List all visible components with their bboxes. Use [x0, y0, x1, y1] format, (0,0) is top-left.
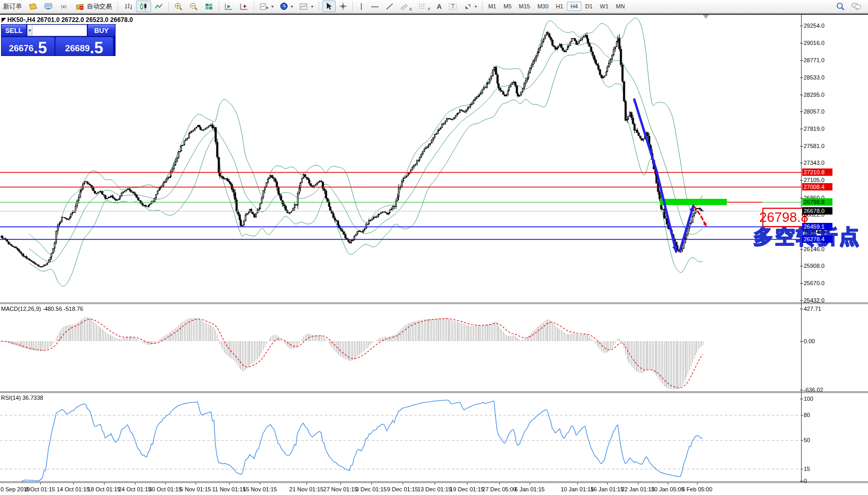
- price-axis-tick: 28771.0: [804, 57, 825, 63]
- text-label-tool-icon[interactable]: T: [445, 1, 461, 12]
- time-axis-label: 30 Oct 01:15: [149, 486, 182, 492]
- price-callout-box: 26798.8: [762, 208, 805, 227]
- rsi-axis-tick: 100: [804, 396, 813, 402]
- buy-button[interactable]: BUY: [88, 25, 115, 36]
- templates-icon[interactable]: ▾: [296, 1, 316, 12]
- time-axis-label: 21 Nov 01:15: [289, 486, 323, 492]
- auto-trading-button[interactable]: 自动交易: [72, 1, 115, 12]
- time-axis-label: 27 Dec 05:00: [482, 486, 516, 492]
- ask-price-int: 26689: [65, 44, 89, 53]
- time-axis-label: 8 Oct 01:15: [26, 486, 55, 492]
- vertical-line-tool-icon[interactable]: [355, 1, 368, 12]
- svg-text:T: T: [451, 4, 454, 9]
- bid-price[interactable]: 26676 .5: [2, 37, 54, 55]
- chevron-down-icon: ▾: [311, 4, 313, 9]
- time-axis-label: 10 Jan 01:15: [561, 486, 594, 492]
- macd-axis-tick: -636.02: [804, 387, 823, 393]
- time-axis-label: 15 Nov 01:15: [243, 486, 277, 492]
- fibonacci-tool-letter: F: [428, 7, 430, 12]
- time-axis-label: 22 Jan 01:15: [621, 486, 655, 492]
- candlestick-chart-type-icon[interactable]: [136, 1, 151, 12]
- main-toolbar: 新订单 自动交易: [0, 0, 868, 13]
- rsi-indicator-label: RSI(14) 36.7338: [1, 395, 43, 401]
- mt4-terminal-window: 新订单 自动交易: [0, 0, 868, 495]
- timeframe-d1-button[interactable]: D1: [581, 2, 596, 11]
- time-axis-label: 27 Nov 01:15: [323, 486, 357, 492]
- zoom-out-icon[interactable]: [186, 1, 201, 12]
- arrows-tool-icon[interactable]: ▾: [461, 1, 480, 12]
- fibonacci-tool-icon[interactable]: F: [415, 1, 433, 12]
- time-axis-label: 3 Dec 01:15: [356, 486, 386, 492]
- crosshair-icon[interactable]: [336, 1, 350, 12]
- toolbar-separator: [168, 2, 169, 11]
- chat-icon[interactable]: [848, 1, 865, 12]
- text-tool-icon[interactable]: A: [433, 1, 444, 12]
- cursor-icon[interactable]: [322, 1, 336, 12]
- channel-tool-icon[interactable]: E: [397, 1, 415, 12]
- sell-button[interactable]: SELL: [2, 25, 26, 36]
- timeframe-m15-button[interactable]: M15: [515, 2, 533, 11]
- rsi-axis-tick: 0: [804, 478, 807, 484]
- price-level-badge: 27008.4: [802, 183, 832, 190]
- toolbar-separator: [254, 2, 254, 11]
- price-axis-tick: 26146.0: [804, 246, 825, 252]
- price-axis-tick: 25908.0: [804, 263, 825, 269]
- price-axis-tick: 29016.0: [804, 40, 825, 46]
- new-order-button[interactable]: 新订单: [0, 1, 25, 12]
- volume-decrease-button[interactable]: ▼: [27, 25, 32, 36]
- time-axis-label: 19 Dec 01:15: [450, 486, 484, 492]
- toolbar-separator: [352, 2, 353, 11]
- chevron-down-icon: ▾: [475, 4, 477, 9]
- time-axis-label: 5 Nov 01:15: [180, 486, 211, 492]
- chart-play-icon[interactable]: [221, 1, 236, 12]
- new-order-ticket-icon[interactable]: [25, 1, 41, 12]
- one-click-panel-toggle[interactable]: [2, 18, 6, 22]
- market-watch-icon[interactable]: [41, 1, 56, 12]
- timeframe-m5-button[interactable]: M5: [500, 2, 515, 11]
- volume-input[interactable]: [32, 25, 87, 36]
- timeframe-w1-button[interactable]: W1: [596, 2, 612, 11]
- chart-area[interactable]: HK50-,H4 26701.0 26722.0 26523.0 26678.0…: [0, 14, 868, 495]
- one-click-trading-panel: SELL ▼ ▲ BUY 26676 .5 26689 .5: [1, 24, 116, 56]
- indicators-icon[interactable]: ▾: [256, 1, 277, 12]
- zoom-in-icon[interactable]: [171, 1, 186, 12]
- new-order-label: 新订单: [3, 2, 22, 11]
- rsi-axis-tick: 50: [804, 437, 810, 443]
- tile-windows-icon[interactable]: [201, 1, 216, 12]
- timeframe-m1-button[interactable]: M1: [485, 2, 500, 11]
- text-tool-letter: A: [437, 3, 441, 10]
- price-level-badge: 26278.4: [802, 235, 832, 243]
- price-level-badge: 26678.0: [802, 207, 832, 215]
- line-chart-type-icon[interactable]: [151, 1, 166, 12]
- timeframe-h1-button[interactable]: H1: [552, 2, 567, 11]
- price-axis-tick: 28057.0: [804, 108, 825, 115]
- chart-canvas[interactable]: [0, 14, 868, 495]
- price-axis-tick: 28295.0: [804, 92, 825, 98]
- bid-price-int: 26676: [9, 44, 33, 53]
- time-axis-label: 18 Oct 01:15: [88, 486, 121, 492]
- ask-price[interactable]: 26689 .5: [55, 37, 113, 55]
- toolbar-grip: [318, 2, 321, 10]
- trendline-tool-icon[interactable]: [382, 1, 397, 12]
- time-axis-label: 30 Jan 05:00: [651, 486, 684, 492]
- time-axis-label: 14 Oct 01:15: [57, 486, 90, 492]
- rsi-axis-tick: 80: [804, 412, 810, 418]
- price-axis-tick: 25432.0: [804, 297, 825, 303]
- price-level-badge: 26798.8: [802, 198, 832, 206]
- timeframe-m30-button[interactable]: M30: [534, 2, 552, 11]
- timeframe-mn-button[interactable]: MN: [612, 2, 629, 11]
- chart-shift-icon[interactable]: [236, 1, 252, 12]
- timeframe-h4-button[interactable]: H4: [567, 2, 581, 11]
- signal-icon[interactable]: [56, 1, 72, 12]
- chart-shift-marker-icon[interactable]: [703, 15, 709, 19]
- price-axis-tick: 27105.0: [804, 177, 825, 183]
- bar-chart-type-icon[interactable]: [121, 1, 136, 12]
- search-icon[interactable]: [832, 1, 848, 12]
- time-axis-label: 6 Jan 01:15: [515, 486, 545, 492]
- price-level-badge: 26459.1: [802, 223, 832, 230]
- price-axis-tick: 27581.0: [804, 143, 825, 149]
- chevron-down-icon: ▾: [291, 4, 293, 9]
- periods-icon[interactable]: ▾: [277, 1, 296, 12]
- horizontal-line-tool-icon[interactable]: [368, 1, 382, 12]
- macd-indicator-label: MACD(12,26,9) -480.56 -518.76: [1, 306, 83, 312]
